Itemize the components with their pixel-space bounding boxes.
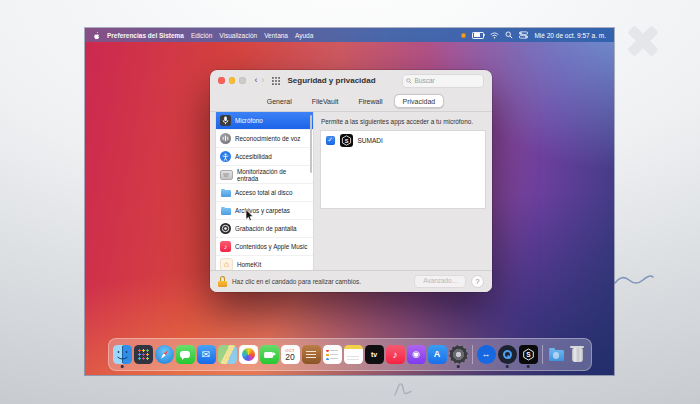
sidebar-item-grabacion-de-pantalla[interactable]: Grabación de pantalla [216, 219, 313, 237]
sidebar-item-label: Accesibilidad [235, 153, 272, 160]
app-row-sumadi[interactable]: ✓ S SUMADI [321, 131, 485, 150]
privacy-sidebar: Micrófono Reconocimiento de voz Accesibi… [215, 112, 314, 271]
quicktime-q-icon [498, 345, 517, 364]
dock-photos[interactable] [239, 345, 258, 364]
tab-general[interactable]: General [258, 94, 301, 108]
dock-notes[interactable] [344, 345, 363, 364]
sidebar-item-homekit[interactable]: ⌂ HomeKit [216, 255, 313, 271]
battery-icon[interactable] [472, 32, 484, 39]
dock-safari[interactable] [155, 345, 174, 364]
privacy-panel: Permite a las siguientes apps acceder a … [320, 112, 486, 271]
photos-flower-icon [239, 345, 258, 364]
menu-item-edicion[interactable]: Edición [191, 32, 212, 39]
panel-description: Permite a las siguientes apps acceder a … [320, 112, 486, 130]
sidebar-item-microfono[interactable]: Micrófono [216, 112, 313, 129]
screen-recording-indicator-icon[interactable] [461, 33, 466, 38]
advanced-button[interactable]: Avanzado... [414, 275, 466, 287]
window-titlebar: ‹ › Seguridad y privacidad Buscar [210, 70, 492, 91]
sidebar-item-label: Grabación de pantalla [235, 225, 297, 232]
zoom-button[interactable] [239, 77, 246, 84]
teamviewer-arrows-icon: ↔ [477, 345, 496, 364]
menu-item-ayuda[interactable]: Ayuda [295, 32, 313, 39]
desktop-screenshot: Preferencias del Sistema Edición Visuali… [85, 28, 614, 375]
music-note-icon: ♪ [220, 241, 231, 252]
window-title: Seguridad y privacidad [288, 76, 376, 85]
gear-icon [449, 345, 468, 364]
dock-tv[interactable]: tv [365, 345, 384, 364]
finder-icon [113, 345, 132, 364]
security-privacy-window: ‹ › Seguridad y privacidad Buscar [210, 70, 492, 292]
dock-maps[interactable] [218, 345, 237, 364]
sidebar-item-acceso-total-al-disco[interactable]: Acceso total al disco [216, 183, 313, 201]
search-icon [406, 78, 412, 84]
back-button[interactable]: ‹ [255, 76, 258, 85]
menu-item-ventana[interactable]: Ventana [264, 32, 288, 39]
squiggle-doodle-icon [392, 380, 424, 400]
dock-sumadi[interactable]: S [519, 345, 538, 364]
dock-trash[interactable] [568, 345, 587, 364]
dock-quicktime[interactable] [498, 345, 517, 364]
show-all-grid-icon[interactable] [272, 77, 280, 85]
apple-logo-icon[interactable] [93, 31, 100, 40]
sidebar-item-contenidos-y-apple-music[interactable]: ♪ Contenidos y Apple Music [216, 237, 313, 255]
dock-app-store[interactable]: A [428, 345, 447, 364]
close-button[interactable] [218, 77, 225, 84]
sumadi-checkbox[interactable]: ✓ [326, 136, 335, 145]
dock-music[interactable]: ♪ [386, 345, 405, 364]
allowed-apps-list: ✓ S SUMADI [320, 130, 486, 209]
sumadi-logo-icon: S [519, 345, 538, 364]
sidebar-item-reconocimiento-de-voz[interactable]: Reconocimiento de voz [216, 129, 313, 147]
notes-icon [344, 345, 363, 364]
running-indicator [457, 365, 460, 368]
dock-messages[interactable] [176, 345, 195, 364]
wave-doodle-icon [612, 268, 656, 292]
sidebar-item-label: Reconocimiento de voz [235, 135, 300, 142]
menu-item-app[interactable]: Preferencias del Sistema [107, 32, 184, 39]
mail-envelope-icon: ✉ [197, 345, 216, 364]
window-search-field[interactable]: Buscar [402, 74, 484, 88]
folder-icon [220, 205, 231, 216]
app-store-icon: A [428, 345, 447, 364]
control-center-icon[interactable] [519, 31, 528, 39]
window-content: Micrófono Reconocimiento de voz Accesibi… [210, 112, 492, 271]
tab-privacidad[interactable]: Privacidad [394, 94, 445, 108]
accessibility-icon [220, 151, 231, 162]
tab-filevault[interactable]: FileVault [303, 94, 348, 108]
forward-button[interactable]: › [262, 76, 265, 85]
dock-finder[interactable] [113, 345, 132, 364]
mouse-cursor-icon [245, 209, 254, 222]
sidebar-item-archivos-y-carpetas[interactable]: Archivos y carpetas [216, 201, 313, 219]
sidebar-item-label: Archivos y carpetas [235, 207, 290, 214]
dock-reminders[interactable] [323, 345, 342, 364]
sidebar-item-label: Monitorización de entrada [237, 168, 309, 182]
tab-firewall[interactable]: Firewall [349, 94, 391, 108]
menu-bar-clock[interactable]: Mié 20 de oct. 9:57 a. m. [534, 32, 606, 39]
reminders-list-icon [323, 345, 342, 364]
maps-icon [218, 345, 237, 364]
dock-downloads[interactable] [547, 345, 566, 364]
sumadi-app-icon: S [340, 134, 353, 147]
wifi-icon[interactable] [490, 32, 499, 39]
window-footer: Haz clic en el candado para realizar cam… [210, 270, 492, 292]
apple-tv-icon: tv [365, 345, 384, 364]
sidebar-scrollbar[interactable] [310, 115, 312, 173]
sidebar-item-monitorizacion-de-entrada[interactable]: Monitorización de entrada [216, 165, 313, 183]
dock-teamviewer[interactable]: ↔ [477, 345, 496, 364]
dock-podcasts[interactable]: ◉ [407, 345, 426, 364]
spotlight-search-icon[interactable] [505, 31, 513, 39]
messages-bubble-icon [176, 345, 195, 364]
menu-item-visualizacion[interactable]: Visualización [219, 32, 257, 39]
dock: ✉ OCT 20 [108, 338, 592, 371]
dock-mail[interactable]: ✉ [197, 345, 216, 364]
dock-system-preferences[interactable] [449, 345, 468, 364]
dock-launchpad[interactable] [134, 345, 153, 364]
dock-contacts[interactable] [302, 345, 321, 364]
dock-calendar[interactable]: OCT 20 [281, 345, 300, 364]
downloads-folder-icon [547, 345, 566, 364]
help-button[interactable]: ? [471, 275, 484, 288]
lock-icon[interactable] [218, 276, 227, 287]
sidebar-item-accesibilidad[interactable]: Accesibilidad [216, 147, 313, 165]
minimize-button[interactable] [229, 77, 236, 84]
calendar-day: 20 [285, 353, 294, 362]
dock-facetime[interactable] [260, 345, 279, 364]
